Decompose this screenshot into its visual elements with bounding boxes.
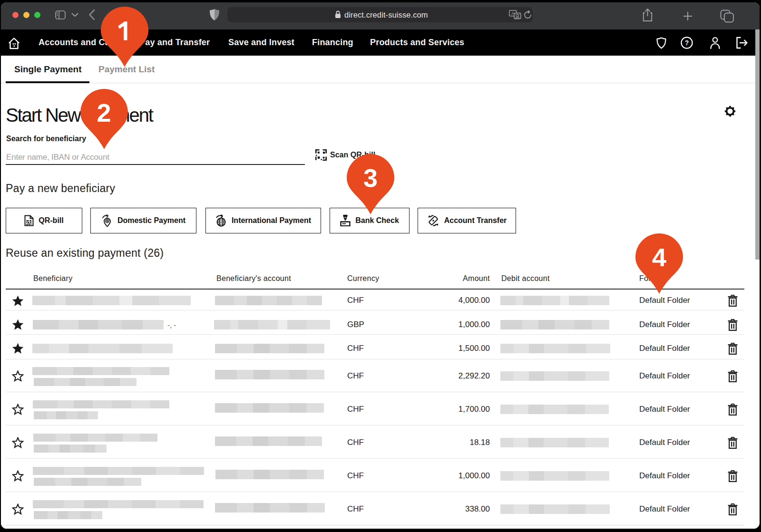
svg-text:?: ? xyxy=(685,39,689,47)
